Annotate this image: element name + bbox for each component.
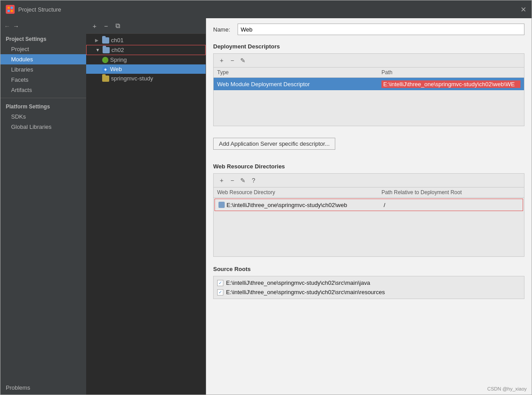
source-roots-section: ✓ E:\intelliJ\three_one\springmvc-study\… (213, 276, 524, 299)
checkbox-resources[interactable]: ✓ (217, 289, 223, 295)
add-descriptor-button[interactable]: Add Application Server specific descript… (213, 138, 335, 150)
dd-cell-type-0: Web Module Deployment Descriptor (217, 81, 381, 88)
dd-col-path-header: Path (381, 69, 520, 76)
dd-edit-button[interactable]: ✎ (238, 56, 247, 65)
web-resource-section: + − ✎ ? Web Resource Directory Path Rela… (213, 173, 524, 257)
add-descriptor-row: Add Application Server specific descript… (213, 133, 524, 154)
svg-rect-3 (11, 10, 13, 12)
wrd-toolbar: + − ✎ ? (214, 174, 524, 188)
platform-settings-label: Platform Settings (0, 101, 86, 112)
sidebar: ← → Project Settings Project Modules Lib… (0, 18, 86, 395)
dd-row-0[interactable]: Web Module Deployment Descriptor E:\inte… (214, 78, 524, 90)
tree-item-ch01[interactable]: ▶ ch01 (86, 36, 206, 45)
deployment-descriptors-section: + − ✎ Type Path Web Module Deployment De… (213, 53, 524, 126)
folder-icon-springmvc (102, 76, 109, 82)
wrd-edit-button[interactable]: ✎ (238, 176, 247, 185)
tree-item-ch02[interactable]: ▼ ch02 (86, 45, 206, 55)
web-icon: ◈ (102, 66, 108, 72)
sidebar-item-libraries[interactable]: Libraries (0, 64, 86, 75)
svg-rect-1 (11, 7, 13, 9)
tree-item-spring[interactable]: 🌿 Spring (86, 55, 206, 64)
titlebar: Project Structure ✕ (0, 0, 532, 18)
close-button[interactable]: ✕ (520, 5, 526, 14)
wrd-cell-dir-0: E:\intelliJ\three_one\springmvc-study\ch… (226, 202, 382, 208)
wrd-add-button[interactable]: + (217, 176, 226, 185)
sidebar-item-problems[interactable]: Problems (0, 381, 86, 395)
dd-toolbar: + − ✎ (214, 54, 524, 68)
wrd-col-dir-header: Web Resource Directory (217, 189, 381, 196)
source-root-row-0: ✓ E:\intelliJ\three_one\springmvc-study\… (214, 278, 524, 287)
add-module-button[interactable]: + (90, 21, 99, 31)
svg-rect-0 (8, 7, 10, 9)
dd-col-type-header: Type (217, 69, 381, 76)
remove-module-button[interactable]: − (101, 21, 111, 31)
wrd-help-button[interactable]: ? (249, 176, 258, 185)
chevron-right-icon: ▶ (95, 38, 100, 43)
dd-table-header: Type Path (214, 68, 524, 78)
watermark: CSDN @hy_xiaoy (487, 386, 527, 391)
sidebar-item-project[interactable]: Project (0, 44, 86, 54)
wrd-col-rel-header: Path Relative to Deployment Root (381, 189, 520, 196)
sidebar-item-facets[interactable]: Facets (0, 75, 86, 85)
module-tree: ▶ ch01 ▼ ch02 🌿 Spring ◈ W (86, 34, 206, 395)
name-field-row: Name: (213, 24, 524, 35)
wrd-cell-rel-0: / (384, 202, 385, 208)
wrd-row-0[interactable]: E:\intelliJ\three_one\springmvc-study\ch… (214, 199, 523, 211)
wrd-folder-icon (218, 202, 225, 208)
svg-rect-2 (8, 10, 10, 12)
copy-module-button[interactable]: ⧉ (113, 21, 123, 31)
deployment-descriptors-header: Deployment Descriptors (213, 43, 524, 50)
center-toolbar: + − ⧉ (86, 18, 206, 34)
sidebar-item-global-libraries[interactable]: Global Libraries (0, 122, 86, 132)
forward-arrow[interactable]: → (13, 23, 19, 30)
content-panel: Name: Deployment Descriptors + − ✎ Type … (206, 18, 532, 395)
project-settings-label: Project Settings (0, 33, 86, 44)
wrd-remove-button[interactable]: − (228, 176, 237, 185)
sidebar-item-modules[interactable]: Modules (0, 54, 86, 64)
wrd-table: Web Resource Directory Path Relative to … (214, 188, 524, 211)
dd-empty-area (214, 90, 524, 126)
sidebar-item-artifacts[interactable]: Artifacts (0, 85, 86, 95)
dd-remove-button[interactable]: − (228, 56, 237, 65)
name-input[interactable] (238, 24, 524, 35)
folder-icon (102, 37, 109, 44)
dd-cell-path-0: E:\intelliJ\three_one\springmvc-study\ch… (381, 80, 520, 88)
tree-item-web[interactable]: ◈ Web (86, 64, 206, 74)
source-root-row-1: ✓ E:\intelliJ\three_one\springmvc-study\… (214, 287, 524, 297)
checkbox-java[interactable]: ✓ (217, 280, 223, 286)
nav-arrows: ← → (0, 21, 86, 33)
wrd-empty-area (214, 212, 524, 256)
web-resource-header: Web Resource Directories (213, 163, 524, 170)
sidebar-item-sdks[interactable]: SDKs (0, 112, 86, 122)
app-icon (6, 5, 15, 14)
chevron-down-icon: ▼ (95, 48, 101, 52)
dd-table: Type Path Web Module Deployment Descript… (214, 68, 524, 90)
source-root-java-path: E:\intelliJ\three_one\springmvc-study\ch… (226, 279, 370, 286)
dd-add-button[interactable]: + (217, 56, 226, 65)
sidebar-divider (0, 98, 86, 98)
project-structure-window: Project Structure ✕ ← → Project Settings… (0, 0, 532, 395)
center-panel: + − ⧉ ▶ ch01 ▼ ch02 🌿 (86, 18, 206, 395)
back-arrow[interactable]: ← (4, 23, 10, 30)
tree-item-springmvc-study[interactable]: springmvc-study (86, 74, 206, 83)
source-roots-header: Source Roots (213, 266, 524, 272)
spring-icon: 🌿 (102, 57, 108, 63)
source-root-resources-path: E:\intelliJ\three_one\springmvc-study\ch… (226, 289, 385, 295)
window-title: Project Structure (18, 6, 520, 13)
name-label: Name: (213, 26, 233, 33)
wrd-table-header: Web Resource Directory Path Relative to … (214, 188, 524, 198)
folder-icon-ch02 (103, 47, 110, 53)
